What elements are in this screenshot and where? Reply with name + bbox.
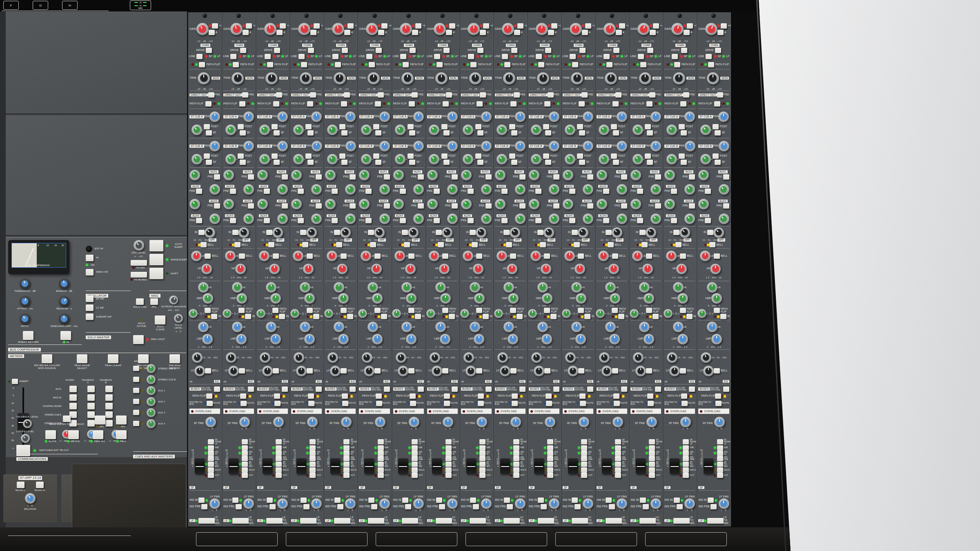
aux1-pre-button[interactable] — [553, 174, 559, 180]
aux3-pre-button[interactable] — [282, 203, 288, 209]
hf-freq-knob[interactable] — [405, 264, 416, 274]
hf-freq-knob[interactable] — [642, 264, 653, 274]
hpf-in-button[interactable] — [266, 230, 272, 235]
path-flip-button[interactable] — [205, 101, 212, 107]
follow-path-pan-button[interactable] — [621, 387, 627, 392]
aux2-pre-button[interactable] — [230, 189, 236, 194]
cue-b-level-knob[interactable] — [531, 154, 541, 164]
trim-knob[interactable] — [198, 72, 210, 84]
path-flip-button[interactable] — [714, 101, 720, 107]
aux2-pre-button[interactable] — [298, 189, 304, 194]
hmf-freq-knob[interactable] — [406, 293, 416, 304]
lmf-freq-knob[interactable] — [304, 334, 315, 344]
path-flip-button[interactable] — [238, 308, 245, 313]
afl-button[interactable] — [133, 399, 139, 404]
cue-a-post-button[interactable] — [645, 124, 651, 129]
cue-a-post-button[interactable] — [713, 124, 719, 129]
cue-a-pan-knob[interactable] — [481, 111, 492, 122]
gain-knob[interactable] — [332, 23, 344, 35]
phantom-48v-button[interactable] — [246, 23, 252, 29]
matrix-button-control-room-foldback-a[interactable] — [87, 403, 95, 409]
hmf-gain-knob[interactable] — [673, 282, 684, 293]
fader-cap[interactable] — [398, 458, 408, 474]
path-flip-button[interactable] — [512, 393, 518, 399]
zero-db-button[interactable] — [310, 445, 316, 451]
cue-b-post-button[interactable] — [272, 153, 278, 159]
zero-db-button[interactable] — [242, 445, 248, 451]
hpf-knob[interactable] — [374, 227, 385, 238]
direct-out-pre-button[interactable] — [649, 92, 655, 98]
hmf-freq-knob[interactable] — [203, 293, 213, 304]
direct-out-pre-button[interactable] — [480, 92, 486, 98]
phantom-48v-button[interactable] — [381, 23, 388, 29]
lf-to-mix-button[interactable] — [707, 518, 724, 524]
phantom-48v-button[interactable] — [721, 23, 727, 29]
hf-gain-knob[interactable] — [327, 251, 337, 261]
ins-in-button[interactable] — [547, 451, 553, 456]
route-button[interactable] — [274, 401, 281, 406]
hf-gain-knob[interactable] — [394, 251, 405, 261]
aux4-level-knob[interactable] — [379, 213, 390, 224]
cue-b-pan-knob[interactable] — [650, 141, 661, 151]
lmf-gain-knob[interactable] — [503, 322, 514, 332]
aux3-level-knob[interactable] — [495, 199, 506, 209]
aux1-level-knob[interactable] — [563, 170, 573, 180]
aux3-pre-button[interactable] — [723, 203, 729, 209]
drive-button[interactable] — [274, 48, 280, 53]
lf-freq-knob[interactable] — [226, 352, 236, 363]
lmf-gain-knob[interactable] — [232, 322, 243, 332]
gain-knob[interactable] — [468, 23, 480, 35]
ins-in-button[interactable] — [412, 451, 418, 456]
cue-a-post-button[interactable] — [204, 124, 210, 129]
lf-gain-knob[interactable] — [398, 366, 408, 376]
bell-button[interactable] — [200, 242, 207, 247]
lf-ins-in-button[interactable] — [402, 498, 408, 503]
aux4-level-knob[interactable] — [719, 213, 729, 224]
line-button[interactable] — [298, 54, 305, 59]
zero-db-button[interactable] — [412, 445, 418, 451]
aux4-pre-button[interactable] — [196, 218, 202, 223]
makeup-knob[interactable] — [59, 278, 69, 289]
lf-to-mix-button[interactable] — [368, 518, 384, 524]
sf-from-lf-button[interactable] — [208, 439, 214, 444]
lf-pan-knob[interactable] — [447, 498, 458, 509]
cue-a-post-button[interactable] — [577, 124, 583, 129]
sf-pan-knob[interactable] — [341, 417, 352, 427]
phase-button[interactable] — [276, 30, 283, 35]
aux2-pre-button[interactable] — [501, 189, 508, 194]
lf-bell-button[interactable] — [408, 368, 414, 373]
cue-a-level-knob[interactable] — [192, 124, 202, 135]
lf-ins-pre-button[interactable] — [303, 504, 310, 509]
path-flip-button[interactable] — [376, 393, 382, 399]
aux1-level-knob[interactable] — [189, 170, 200, 180]
insert-button[interactable] — [12, 379, 18, 384]
aux3-level-knob[interactable] — [223, 199, 234, 209]
gain-knob[interactable] — [604, 23, 616, 35]
path-flip-button[interactable] — [612, 308, 618, 313]
aux4-pre-button[interactable] — [434, 218, 440, 223]
aux2-pre-button[interactable] — [264, 189, 270, 194]
hmf-freq-knob[interactable] — [508, 293, 519, 304]
hmf-q-knob[interactable] — [392, 309, 401, 318]
aux4-level-knob[interactable] — [311, 213, 322, 224]
path-flip-button[interactable] — [335, 62, 341, 67]
path-flip-button[interactable] — [369, 62, 375, 67]
matrix-button-ext1-foldback-b[interactable] — [105, 386, 113, 392]
sf-to-mix-button[interactable] — [208, 462, 214, 467]
solo-button[interactable] — [547, 467, 553, 473]
lf-gain-knob[interactable] — [534, 366, 544, 376]
route-button[interactable] — [478, 401, 484, 406]
path-flip-button[interactable] — [442, 308, 448, 313]
ins-pre-button[interactable] — [343, 456, 350, 461]
hf-bell-button[interactable] — [544, 253, 550, 259]
phantom-48v-button[interactable] — [449, 23, 455, 29]
trim-knob[interactable] — [537, 72, 549, 84]
direct-out-pre-button[interactable] — [412, 92, 418, 98]
lf-bell-button[interactable] — [612, 368, 618, 373]
hpf-knob[interactable] — [510, 227, 520, 238]
phase-button[interactable] — [412, 30, 418, 35]
aux3-level-knob[interactable] — [427, 199, 438, 209]
aux3-pre-button[interactable] — [316, 203, 322, 209]
cue-a-post-button[interactable] — [305, 124, 312, 129]
path-flip-button[interactable] — [437, 62, 443, 67]
